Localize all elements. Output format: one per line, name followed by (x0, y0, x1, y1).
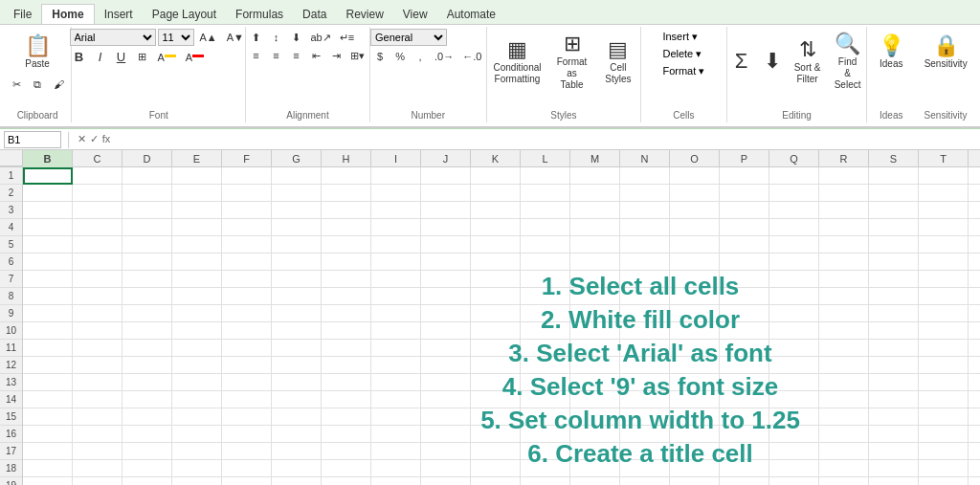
cell-H11[interactable] (322, 340, 371, 357)
cell-G2[interactable] (272, 185, 322, 202)
cell-I8[interactable] (371, 288, 421, 305)
cell-R13[interactable] (819, 374, 869, 391)
cell-E4[interactable] (172, 219, 222, 236)
cell-J9[interactable] (421, 305, 471, 322)
cell-T2[interactable] (919, 185, 969, 202)
cell-P1[interactable] (720, 167, 769, 185)
wrap-text-button[interactable]: ↵≡ (336, 29, 358, 46)
cell-R15[interactable] (819, 408, 869, 426)
cell-F7[interactable] (222, 271, 272, 288)
cell-N3[interactable] (620, 202, 670, 219)
cell-C2[interactable] (73, 185, 122, 202)
cell-M16[interactable] (570, 426, 620, 443)
cell-I6[interactable] (371, 254, 421, 271)
cell-T16[interactable] (919, 426, 969, 443)
cell-C10[interactable] (73, 322, 122, 340)
cell-I7[interactable] (371, 271, 421, 288)
cell-L15[interactable] (521, 408, 570, 426)
cell-S5[interactable] (869, 236, 919, 254)
cell-J12[interactable] (421, 357, 471, 374)
cell-G9[interactable] (272, 305, 322, 322)
cell-C3[interactable] (73, 202, 122, 219)
cell-T5[interactable] (919, 236, 969, 254)
row-header-18[interactable]: 18 (0, 460, 22, 477)
cell-L4[interactable] (521, 219, 570, 236)
cell-P10[interactable] (720, 322, 769, 340)
cell-O16[interactable] (670, 426, 720, 443)
cell-C6[interactable] (73, 254, 122, 271)
cell-I2[interactable] (371, 185, 421, 202)
cell-M15[interactable] (570, 408, 620, 426)
cell-D6[interactable] (122, 254, 172, 271)
cell-B15[interactable] (23, 408, 73, 426)
format-as-table-button[interactable]: ⊞ Format asTable (546, 29, 597, 94)
cell-Q8[interactable] (769, 288, 819, 305)
row-header-1[interactable]: 1 (0, 167, 22, 185)
cell-H19[interactable] (322, 477, 371, 485)
cell-O17[interactable] (670, 443, 720, 460)
delete-button[interactable]: Delete ▾ (658, 46, 705, 62)
tab-review[interactable]: Review (336, 5, 392, 24)
cell-O7[interactable] (670, 271, 720, 288)
cell-N13[interactable] (620, 374, 670, 391)
row-header-13[interactable]: 13 (0, 374, 22, 391)
col-header-h[interactable]: H (322, 150, 371, 167)
cell-B4[interactable] (23, 219, 73, 236)
cell-R9[interactable] (819, 305, 869, 322)
cell-D13[interactable] (122, 374, 172, 391)
accounting-button[interactable]: $ (370, 48, 390, 65)
cell-I18[interactable] (371, 460, 421, 477)
cell-N4[interactable] (620, 219, 670, 236)
cell-Q6[interactable] (769, 254, 819, 271)
cell-F10[interactable] (222, 322, 272, 340)
cell-N16[interactable] (620, 426, 670, 443)
cell-H10[interactable] (322, 322, 371, 340)
cell-E19[interactable] (172, 477, 222, 485)
cell-K15[interactable] (471, 408, 521, 426)
cell-C19[interactable] (73, 477, 122, 485)
cell-P12[interactable] (720, 357, 769, 374)
cell-G17[interactable] (272, 443, 322, 460)
cell-S17[interactable] (869, 443, 919, 460)
cell-P9[interactable] (720, 305, 769, 322)
col-header-r[interactable]: R (819, 150, 869, 167)
cell-B12[interactable] (23, 357, 73, 374)
cell-R14[interactable] (819, 391, 869, 408)
cell-C11[interactable] (73, 340, 122, 357)
cell-P2[interactable] (720, 185, 769, 202)
cell-F19[interactable] (222, 477, 272, 485)
cell-K9[interactable] (471, 305, 521, 322)
cell-K10[interactable] (471, 322, 521, 340)
right-align-button[interactable]: ≡ (286, 47, 305, 64)
cell-T11[interactable] (919, 340, 969, 357)
col-header-i[interactable]: I (371, 150, 421, 167)
cell-R2[interactable] (819, 185, 869, 202)
cell-M5[interactable] (570, 236, 620, 254)
cell-H16[interactable] (322, 426, 371, 443)
col-header-m[interactable]: M (570, 150, 620, 167)
confirm-formula-icon[interactable]: ✓ (90, 133, 99, 145)
cell-R6[interactable] (819, 254, 869, 271)
cell-R16[interactable] (819, 426, 869, 443)
bold-button[interactable]: B (70, 48, 89, 66)
cell-K5[interactable] (471, 236, 521, 254)
cell-I12[interactable] (371, 357, 421, 374)
cell-I17[interactable] (371, 443, 421, 460)
formula-input[interactable] (114, 132, 976, 147)
cell-E5[interactable] (172, 236, 222, 254)
cell-F17[interactable] (222, 443, 272, 460)
sensitivity-button[interactable]: 🔒 Sensitivity (919, 29, 973, 75)
cell-Q3[interactable] (769, 202, 819, 219)
cell-F18[interactable] (222, 460, 272, 477)
cell-K13[interactable] (471, 374, 521, 391)
cell-Q13[interactable] (769, 374, 819, 391)
cell-C13[interactable] (73, 374, 122, 391)
format-painter-button[interactable]: 🖌 (49, 76, 68, 93)
cell-S16[interactable] (869, 426, 919, 443)
cell-G19[interactable] (272, 477, 322, 485)
col-header-c[interactable]: C (73, 150, 122, 167)
insert-function-icon[interactable]: fx (102, 133, 111, 145)
cell-E16[interactable] (172, 426, 222, 443)
cell-J6[interactable] (421, 254, 471, 271)
cell-E3[interactable] (172, 202, 222, 219)
